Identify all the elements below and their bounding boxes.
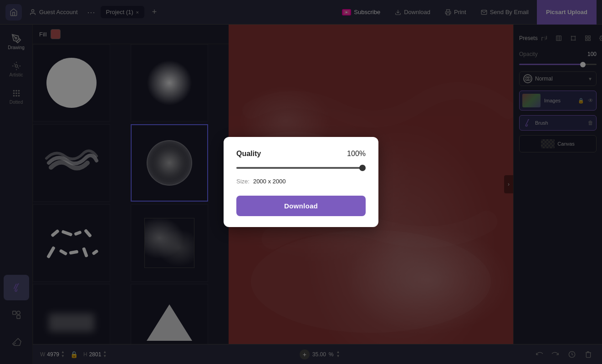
quality-slider-container[interactable] xyxy=(236,167,366,169)
download-quality-modal: Quality 100% Size: 2000 x 2000 Download xyxy=(224,137,378,227)
modal-download-button[interactable]: Download xyxy=(236,196,366,216)
modal-title: Quality xyxy=(236,150,261,158)
quality-slider-thumb xyxy=(359,165,366,171)
quality-slider-fill xyxy=(236,167,363,169)
quality-slider-track[interactable] xyxy=(236,167,366,169)
modal-header: Quality 100% xyxy=(236,150,366,158)
size-label: Size: xyxy=(236,178,250,185)
modal-quality-percent: 100% xyxy=(347,150,366,158)
size-row: Size: 2000 x 2000 xyxy=(236,178,366,185)
size-value: 2000 x 2000 xyxy=(253,178,286,185)
modal-overlay[interactable]: Quality 100% Size: 2000 x 2000 Download xyxy=(0,0,602,364)
